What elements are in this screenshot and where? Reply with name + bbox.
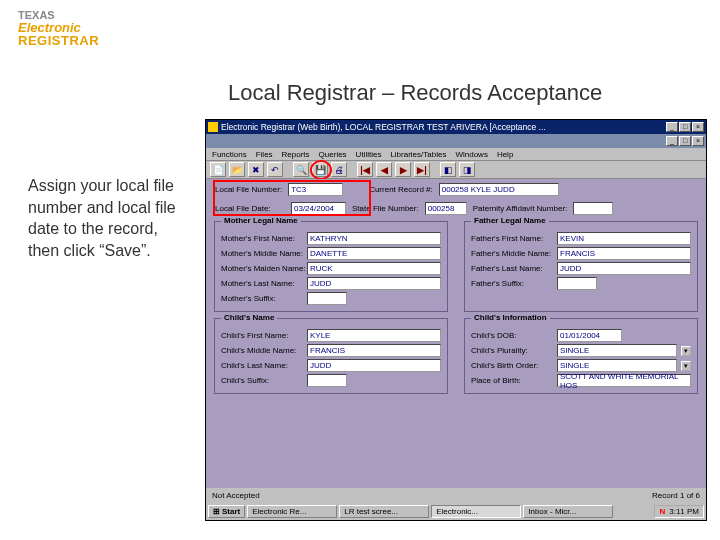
child-first-value: KYLE [307,329,441,342]
paternity-number-label: Paternity Affidavit Number: [473,204,568,213]
child-last-label: Child's Last Name: [221,361,303,370]
mother-last-value: JUDD [307,277,441,290]
menu-reports[interactable]: Reports [282,150,310,159]
slide-title: Local Registrar – Records Acceptance [228,80,602,106]
child-last-value: JUDD [307,359,441,372]
menu-windows[interactable]: Windows [455,150,487,159]
menu-functions[interactable]: Functions [212,150,247,159]
last-record-button[interactable]: ▶| [414,162,430,177]
windows-icon: ⊞ [213,507,220,516]
place-of-birth-value: SCOTT AND WHITE MEMORIAL HOS [557,374,691,387]
birth-order-dropdown-icon[interactable]: ▾ [681,361,691,371]
father-suffix-value [557,277,597,290]
close-button[interactable]: × [692,122,704,132]
taskbar-item-2[interactable]: LR test scree... [339,505,429,518]
child-middle-label: Child's Middle Name: [221,346,303,355]
start-button[interactable]: ⊞Start [208,505,245,518]
child-dob-value: 01/01/2004 [557,329,622,342]
minimize-button[interactable]: _ [666,122,678,132]
menubar: Functions Files Reports Queries Utilitie… [206,148,706,161]
mother-maiden-label: Mother's Maiden Name: [221,264,303,273]
tray-icon[interactable]: N [659,507,665,516]
taskbar-item-1[interactable]: Electronic Re... [247,505,337,518]
first-record-button[interactable]: |◀ [357,162,373,177]
open-button[interactable]: 📂 [229,162,245,177]
new-button[interactable]: 📄 [210,162,226,177]
form-area: Local File Number: TC3 Current Record #:… [209,179,703,486]
child-birth-order-value: SINGLE [557,359,677,372]
place-of-birth-label: Place of Birth: [471,376,553,385]
taskbar-item-3[interactable]: Electronic... [431,505,521,518]
mother-maiden-value: RUCK [307,262,441,275]
child-birth-order-label: Child's Birth Order: [471,361,553,370]
mother-first-value: KATHRYN [307,232,441,245]
taskbar-item-2-label: LR test scree... [344,507,398,516]
mother-middle-value: DANETTE [307,247,441,260]
menu-queries[interactable]: Queries [319,150,347,159]
save-highlight-icon [310,160,332,180]
maximize-button[interactable]: □ [679,122,691,132]
father-suffix-label: Father's Suffix: [471,279,553,288]
mother-last-label: Mother's Last Name: [221,279,303,288]
mother-suffix-value [307,292,347,305]
logo: TEXAS Electronic REGISTRAR [18,10,99,47]
father-last-label: Father's Last Name: [471,264,553,273]
taskbar-item-4[interactable]: Inbox - Micr... [523,505,613,518]
tool-b-button[interactable]: ◨ [459,162,475,177]
system-tray: N 3:11 PM [654,505,704,518]
state-file-number-label: State File Number: [352,204,419,213]
mdi-maximize-button[interactable]: □ [679,136,691,146]
mother-middle-label: Mother's Middle Name: [221,249,303,258]
mother-group: Mother Legal Name Mother's First Name:KA… [214,221,448,312]
save-button[interactable]: 💾 [312,162,328,177]
father-group: Father Legal Name Father's First Name:KE… [464,221,698,312]
child-plurality-value: SINGLE [557,344,677,357]
instruction-text: Assign your local file number and local … [28,175,183,261]
print-button[interactable]: 🖨 [331,162,347,177]
menu-libraries[interactable]: Libraries/Tables [390,150,446,159]
child-first-label: Child's First Name: [221,331,303,340]
undo-button[interactable]: ↶ [267,162,283,177]
current-record-value: 000258 KYLE JUDD [439,183,559,196]
menu-files[interactable]: Files [256,150,273,159]
toolbar: 📄 📂 ✖ ↶ 🔍 💾 🖨 |◀ ◀ ▶ ▶| ◧ ◨ [206,161,706,179]
father-first-value: KEVIN [557,232,691,245]
child-info-group: Child's Information Child's DOB:01/01/20… [464,318,698,394]
taskbar: ⊞Start Electronic Re... LR test scree...… [206,502,706,520]
menu-help[interactable]: Help [497,150,513,159]
local-file-number-input[interactable]: TC3 [288,183,343,196]
mother-first-label: Mother's First Name: [221,234,303,243]
local-file-date-input[interactable]: 03/24/2004 [291,202,346,215]
child-plurality-label: Child's Plurality: [471,346,553,355]
status-left: Not Accepted [212,491,260,500]
taskbar-item-4-label: Inbox - Micr... [528,507,576,516]
child-middle-value: FRANCIS [307,344,441,357]
next-record-button[interactable]: ▶ [395,162,411,177]
search-button[interactable]: 🔍 [293,162,309,177]
menu-utilities[interactable]: Utilities [356,150,382,159]
local-file-number-label: Local File Number: [215,185,282,194]
clock: 3:11 PM [669,507,699,516]
taskbar-item-3-label: Electronic... [436,507,478,516]
tool-a-button[interactable]: ◧ [440,162,456,177]
plurality-dropdown-icon[interactable]: ▾ [681,346,691,356]
logo-registrar: REGISTRAR [18,34,99,47]
mdi-titlebar: _ □ × [206,134,706,148]
status-right: Record 1 of 6 [652,491,700,500]
start-label: Start [222,507,240,516]
child-dob-label: Child's DOB: [471,331,553,340]
mdi-close-button[interactable]: × [692,136,704,146]
paternity-number-value [573,202,613,215]
app-icon [208,122,218,132]
prev-record-button[interactable]: ◀ [376,162,392,177]
app-window: Electronic Registrar (Web Birth), LOCAL … [205,119,707,521]
current-record-label: Current Record #: [369,185,433,194]
child-name-group: Child's Name Child's First Name:KYLE Chi… [214,318,448,394]
local-file-date-label: Local File Date: [215,204,285,213]
child-suffix-label: Child's Suffix: [221,376,303,385]
mother-group-title: Mother Legal Name [221,216,301,225]
taskbar-item-1-label: Electronic Re... [252,507,306,516]
delete-button[interactable]: ✖ [248,162,264,177]
mdi-minimize-button[interactable]: _ [666,136,678,146]
mother-suffix-label: Mother's Suffix: [221,294,303,303]
